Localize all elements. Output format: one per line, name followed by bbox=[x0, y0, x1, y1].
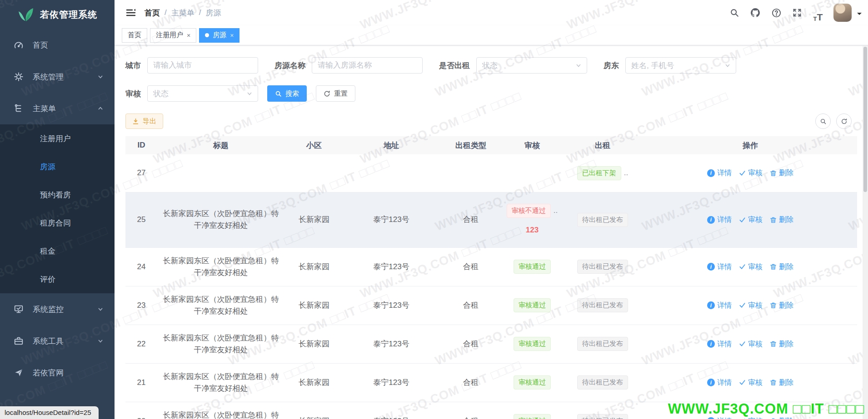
cell-address: 泰宁123号 bbox=[344, 325, 439, 363]
navbar: 首页 / 主菜单 / 房源 bbox=[115, 0, 868, 25]
font-size-icon[interactable]: TT bbox=[809, 4, 827, 22]
sidebar-item-official-site[interactable]: 若依官网 bbox=[0, 357, 115, 389]
scrollbar-track[interactable] bbox=[863, 45, 868, 419]
sidebar-item-system-manage[interactable]: 系统管理 bbox=[0, 61, 115, 93]
search-button[interactable]: 搜索 bbox=[267, 85, 307, 102]
col-title: 标题 bbox=[157, 136, 284, 154]
audit-link[interactable]: 审核 bbox=[739, 214, 763, 226]
sidebar-item-system-tools[interactable]: 系统工具 bbox=[0, 325, 115, 357]
filter-row-2: 审核 状态 搜索 重置 bbox=[125, 85, 857, 102]
detail-link[interactable]: i详情 bbox=[707, 300, 732, 311]
sidebar-item-registered-users[interactable]: 注册用户 bbox=[0, 124, 115, 153]
cell-community: 长新家园 bbox=[284, 325, 344, 363]
sidebar-item-rent[interactable]: 租金 bbox=[0, 237, 115, 265]
cell-actions: i详情 审核 删除 bbox=[644, 286, 857, 325]
cell-community bbox=[284, 154, 344, 192]
search-icon[interactable] bbox=[725, 4, 743, 22]
check-icon bbox=[739, 340, 746, 347]
close-icon[interactable]: × bbox=[230, 32, 234, 39]
help-icon[interactable] bbox=[767, 4, 785, 22]
sidebar-item-houses[interactable]: 房源 bbox=[0, 153, 115, 181]
sidebar-item-home[interactable]: 首页 bbox=[0, 29, 115, 61]
col-id: ID bbox=[125, 136, 157, 154]
tab-registered-users[interactable]: 注册用户× bbox=[150, 28, 196, 43]
breadcrumb: 首页 / 主菜单 / 房源 bbox=[145, 8, 221, 18]
cell-actions: i详情 审核 删除 bbox=[644, 363, 857, 402]
delete-link[interactable]: 删除 bbox=[770, 300, 793, 311]
detail-link[interactable]: i详情 bbox=[707, 338, 732, 350]
city-input[interactable] bbox=[153, 58, 252, 73]
close-icon[interactable]: × bbox=[187, 32, 190, 39]
cell-community: 长新家园 bbox=[284, 402, 344, 419]
cell-rent-status: 已出租下架.. bbox=[562, 154, 644, 192]
fullscreen-icon[interactable] bbox=[788, 4, 806, 22]
breadcrumb-home[interactable]: 首页 bbox=[145, 8, 160, 18]
delete-link[interactable]: 删除 bbox=[770, 338, 793, 350]
tab-home[interactable]: 首页 bbox=[122, 28, 147, 43]
chevron-down-icon bbox=[247, 91, 252, 96]
status-badge: 审核通过 bbox=[514, 260, 551, 274]
detail-link[interactable]: i详情 bbox=[707, 377, 732, 389]
scrollbar-thumb[interactable] bbox=[863, 47, 867, 192]
audit-link[interactable]: 审核 bbox=[739, 261, 763, 273]
audit-link[interactable]: 审核 bbox=[739, 300, 763, 311]
cell-audit-status: 审核通过 bbox=[503, 286, 562, 325]
cell-audit-status bbox=[503, 154, 562, 192]
sidebar-item-main-menu[interactable]: 主菜单 bbox=[0, 93, 115, 124]
detail-link[interactable]: i详情 bbox=[707, 167, 732, 179]
status-badge: 待出租已发布 bbox=[577, 414, 628, 419]
landlord-label: 房东 bbox=[604, 60, 619, 71]
export-button[interactable]: 导出 bbox=[125, 113, 163, 129]
status-badge: 审核通过 bbox=[514, 375, 551, 389]
cell-address bbox=[344, 154, 439, 192]
detail-link[interactable]: i详情 bbox=[707, 261, 732, 273]
cell-rent-status: 待出租已发布 bbox=[562, 247, 644, 286]
trash-icon bbox=[770, 379, 777, 386]
refresh-table-button[interactable] bbox=[836, 113, 852, 129]
rented-select[interactable]: 状态 bbox=[476, 57, 587, 74]
audit-link[interactable]: 审核 bbox=[739, 338, 763, 350]
house-name-label: 房源名称 bbox=[274, 60, 305, 71]
sidebar-item-viewing-appointments[interactable]: 预约看房 bbox=[0, 181, 115, 209]
cell-rent-status: 待出租已发布 bbox=[562, 363, 644, 402]
audit-link[interactable]: 审核 bbox=[739, 167, 763, 179]
cell-community: 长新家园 bbox=[284, 192, 344, 247]
delete-link[interactable]: 删除 bbox=[770, 167, 793, 179]
audit-select[interactable]: 状态 bbox=[147, 85, 258, 102]
delete-link[interactable]: 删除 bbox=[770, 261, 793, 273]
sidebar-toggle-icon[interactable] bbox=[125, 7, 136, 18]
check-icon bbox=[739, 379, 746, 386]
detail-link[interactable]: i详情 bbox=[707, 214, 732, 226]
sidebar-item-system-monitor[interactable]: 系统监控 bbox=[0, 293, 115, 325]
sidebar-item-rental-contracts[interactable]: 租房合同 bbox=[0, 209, 115, 237]
app-title: 若依管理系统 bbox=[40, 9, 97, 21]
avatar-caret-icon[interactable] bbox=[857, 13, 862, 17]
table-row: 24 长新家园东区（次卧便宜急租）特干净室友好相处 长新家园 泰宁123号 合租… bbox=[125, 247, 857, 286]
avatar[interactable] bbox=[833, 4, 852, 22]
github-icon[interactable] bbox=[746, 4, 764, 22]
delete-link[interactable]: 删除 bbox=[770, 214, 793, 226]
cell-id: 23 bbox=[125, 286, 157, 325]
check-icon bbox=[739, 302, 746, 309]
info-icon: i bbox=[707, 263, 715, 271]
leaf-logo-icon bbox=[17, 7, 35, 22]
filter-row-1: 城市 房源名称 是否出租 状态 房东 姓名, 手 bbox=[125, 57, 857, 74]
search-icon bbox=[275, 90, 282, 97]
cell-audit-status: 审核通过 bbox=[503, 247, 562, 286]
house-name-input[interactable] bbox=[318, 58, 417, 73]
status-badge: 审核不通过 bbox=[507, 204, 551, 218]
breadcrumb-main-menu[interactable]: 主菜单 bbox=[171, 8, 195, 18]
delete-link[interactable]: 删除 bbox=[770, 377, 793, 389]
cell-id: 20 bbox=[125, 402, 157, 419]
cell-audit-status: 审核通过 bbox=[503, 325, 562, 363]
tab-houses[interactable]: 房源× bbox=[199, 28, 239, 43]
sidebar-item-label: 主菜单 bbox=[33, 104, 56, 114]
sidebar-item-label: 若依官网 bbox=[33, 368, 64, 378]
cell-community: 长新家园 bbox=[284, 363, 344, 402]
audit-link[interactable]: 审核 bbox=[739, 377, 763, 389]
toggle-search-button[interactable] bbox=[815, 113, 831, 129]
sidebar-item-reviews[interactable]: 评价 bbox=[0, 265, 115, 293]
reset-button[interactable]: 重置 bbox=[316, 85, 355, 102]
landlord-select[interactable]: 姓名, 手机号 bbox=[625, 57, 736, 74]
cell-title bbox=[157, 154, 284, 192]
